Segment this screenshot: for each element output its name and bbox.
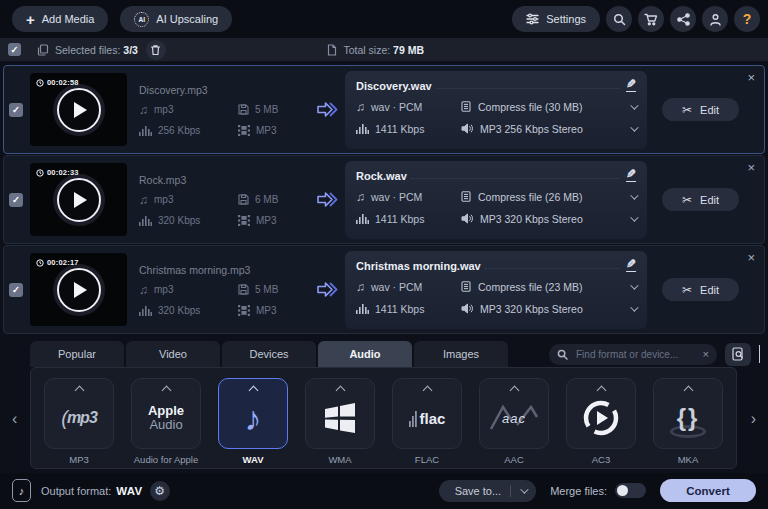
compress-dropdown[interactable]: Compress file (26 MB) [461,191,636,203]
settings-button[interactable]: Settings [512,6,600,32]
file-row[interactable]: ✓ 00:02:33 Rock.mp3 ♫mp3 6 MB [3,155,765,244]
format-aac[interactable]: aac AAC [472,378,556,465]
compress-icon [461,101,471,112]
apple-audio-logo: Apple Audio [148,404,184,431]
rename-pencil-icon[interactable]: ✎ [626,258,636,272]
bitrate-bars-icon [139,305,152,316]
edit-button[interactable]: ✂ Edit [662,188,739,211]
source-info: Discovery.mp3 ♫mp3 5 MB 256 Kbps MP3 [139,84,311,136]
format-audio-for-apple[interactable]: Apple Audio Audio for Apple [124,378,208,465]
tab-devices[interactable]: Devices [222,341,316,367]
tab-popular[interactable]: Popular [30,341,124,367]
audio-settings-dropdown[interactable]: MP3 320 Kbps Stereo [461,213,636,225]
video-thumbnail[interactable]: 00:02:58 [30,73,127,146]
collapse-panel-chevron[interactable] [759,345,760,363]
settings-label: Settings [546,13,586,25]
remove-file-button[interactable]: × [747,251,755,264]
ai-icon: AI [134,12,149,27]
add-media-button[interactable]: + Add Media [12,6,108,32]
windows-logo [323,403,357,433]
video-thumbnail[interactable]: 00:02:17 [30,253,127,326]
detect-format-button[interactable] [725,343,751,366]
save-to-button[interactable]: Save to... [439,480,536,502]
play-icon [74,282,87,298]
bitrate-bars-icon [356,303,369,314]
format-settings-button[interactable]: ⚙ [150,481,170,501]
bitrate-bars-icon [139,215,152,226]
search-button[interactable] [606,6,632,32]
format-search-field[interactable]: × [549,344,717,365]
bitrate-bars-icon [356,123,369,134]
converter-window: + Add Media AI AI Upscaling Settings [0,0,768,509]
scissors-icon: ✂ [682,283,692,297]
total-size: Total size: 79 MB [327,44,424,56]
source-info: Christmas morning.mp3 ♫mp3 5 MB 320 Kbps… [139,264,311,316]
mka-logo: {} [663,396,713,440]
speaker-icon [461,123,473,134]
chevron-down-icon [630,191,638,199]
format-wma[interactable]: WMA [298,378,382,465]
cart-button[interactable] [638,6,664,32]
file-checkbox[interactable]: ✓ [9,103,23,117]
format-mp3[interactable]: (mp3 MP3 [37,378,121,465]
search-icon [557,349,568,360]
tab-audio[interactable]: Audio [318,341,412,367]
remove-file-button[interactable]: × [747,161,755,174]
format-mka[interactable]: {} MKA [646,378,730,465]
rename-pencil-icon[interactable]: ✎ [626,78,636,92]
rename-pencil-icon[interactable]: ✎ [626,168,636,182]
codec-film-icon [238,125,250,136]
file-checkbox[interactable]: ✓ [9,193,23,207]
format-ac3[interactable]: AC3 [559,378,643,465]
chevron-down-icon [630,281,638,289]
delete-files-button[interactable] [146,40,166,60]
person-icon [709,13,722,26]
clock-icon [36,169,44,177]
tab-video[interactable]: Video [126,341,220,367]
aac-logo: aac [502,411,526,426]
sliders-icon [526,13,539,25]
output-filename: Rock.wav [356,170,407,182]
file-checkbox[interactable]: ✓ [9,283,23,297]
play-button[interactable] [57,178,101,222]
chevron-down-icon [759,345,760,363]
bitrate-bars-icon [139,125,152,136]
format-carousel-band: ‹ (mp3 MP3 Apple Audio [0,367,768,473]
edit-button[interactable]: ✂ Edit [662,98,739,121]
play-button[interactable] [57,268,101,312]
video-thumbnail[interactable]: 00:02:33 [30,163,127,236]
copy-files-icon [37,44,49,56]
total-size-text: Total size: 79 MB [343,44,424,56]
duration-badge: 00:02:17 [36,258,79,267]
ai-upscaling-button[interactable]: AI AI Upscaling [120,6,232,32]
carousel-left-arrow[interactable]: ‹ [12,411,17,427]
convert-button[interactable]: Convert [660,479,756,502]
tab-images[interactable]: Images [414,341,508,367]
select-all-checkbox[interactable]: ✓ [8,43,21,56]
search-input[interactable] [574,348,697,361]
file-row[interactable]: ✓ 00:02:17 Christmas morning.mp3 ♫mp3 5 … [3,245,765,334]
remove-file-button[interactable]: × [747,71,755,84]
top-toolbar: + Add Media AI AI Upscaling Settings [0,0,768,38]
compress-dropdown[interactable]: Compress file (30 MB) [461,101,636,113]
clear-search-icon[interactable]: × [703,349,709,360]
format-wav[interactable]: ♪ WAV [211,378,295,465]
carousel-right-arrow[interactable]: › [751,411,756,427]
source-info: Rock.mp3 ♫mp3 6 MB 320 Kbps MP3 [139,174,311,226]
edit-button[interactable]: ✂ Edit [662,278,739,301]
audio-settings-dropdown[interactable]: MP3 256 Kbps Stereo [461,123,636,135]
output-format-value: WAV [116,485,142,497]
gear-icon: ⚙ [154,484,165,498]
help-button[interactable]: ? [734,6,760,32]
play-icon [74,192,87,208]
file-row[interactable]: ✓ 00:02:58 Discovery.mp3 ♫mp3 5 MB [3,65,765,154]
play-button[interactable] [57,88,101,132]
merge-files-toggle[interactable] [615,483,646,498]
share-button[interactable] [670,6,696,32]
account-button[interactable] [702,6,728,32]
file-list: ✓ 00:02:58 Discovery.mp3 ♫mp3 5 MB [0,62,768,337]
format-flac[interactable]: flac FLAC [385,378,469,465]
compress-dropdown[interactable]: Compress file (23 MB) [461,281,636,293]
ai-upscaling-label: AI Upscaling [156,13,218,25]
audio-settings-dropdown[interactable]: MP3 320 Kbps Stereo [461,303,636,315]
